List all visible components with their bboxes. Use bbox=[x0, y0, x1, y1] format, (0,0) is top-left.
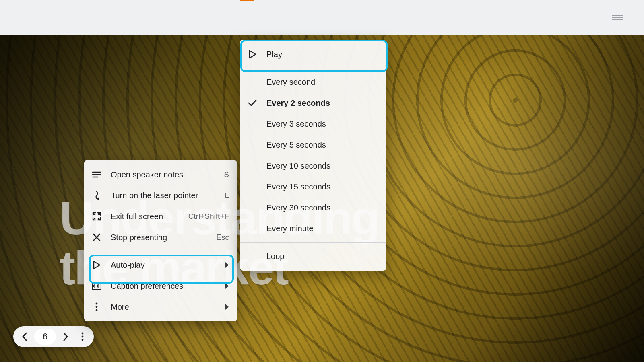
submenu-item-every-5-seconds[interactable]: Every 5 seconds bbox=[240, 134, 386, 155]
menu-divider bbox=[240, 242, 386, 243]
menu-item-label: Caption preferences bbox=[111, 282, 216, 291]
chevron-left-icon bbox=[22, 332, 27, 341]
menu-item-label: Open speaker notes bbox=[111, 170, 208, 179]
check-icon bbox=[247, 99, 258, 107]
menu-item-label: Every 30 seconds bbox=[266, 203, 378, 212]
menu-item-shortcut: Ctrl+Shift+F bbox=[188, 212, 229, 221]
menu-item-more[interactable]: More bbox=[84, 296, 237, 317]
menu-item-label: Every second bbox=[266, 78, 378, 87]
menu-item-label: Stop presenting bbox=[111, 233, 200, 242]
submenu-item-play[interactable]: Play bbox=[240, 44, 386, 65]
menu-item-label: Every 5 seconds bbox=[266, 140, 378, 150]
play-icon bbox=[247, 50, 258, 59]
presenter-options-button[interactable] bbox=[74, 329, 91, 345]
menu-item-shortcut: S bbox=[224, 170, 229, 179]
submenu-item-every-30-seconds[interactable]: Every 30 seconds bbox=[240, 197, 386, 218]
close-icon bbox=[91, 233, 102, 241]
menu-icon[interactable] bbox=[612, 15, 623, 20]
more-vertical-icon bbox=[81, 332, 84, 341]
menu-divider bbox=[240, 68, 386, 68]
submenu-caret-icon bbox=[225, 262, 229, 268]
top-bar bbox=[0, 0, 644, 35]
laser-pointer-icon bbox=[91, 191, 102, 200]
menu-item-label: Every 3 seconds bbox=[266, 119, 378, 129]
svg-point-6 bbox=[96, 306, 98, 308]
autoplay-submenu: Play Every second Every 2 seconds Every … bbox=[240, 40, 386, 271]
submenu-item-every-10-seconds[interactable]: Every 10 seconds bbox=[240, 155, 386, 176]
submenu-item-every-15-seconds[interactable]: Every 15 seconds bbox=[240, 176, 386, 197]
menu-item-exit-fullscreen[interactable]: Exit full screen Ctrl+Shift+F bbox=[84, 206, 237, 227]
menu-item-laser-pointer[interactable]: Turn on the laser pointer L bbox=[84, 185, 237, 206]
slide-number-value: 6 bbox=[43, 331, 47, 342]
menu-item-label: Auto-play bbox=[111, 261, 216, 270]
menu-item-label: Every 15 seconds bbox=[266, 182, 378, 191]
menu-item-stop-presenting[interactable]: Stop presenting Esc bbox=[84, 227, 237, 248]
notes-icon bbox=[91, 171, 102, 178]
menu-item-label: Play bbox=[266, 50, 378, 59]
more-vertical-icon bbox=[91, 302, 102, 311]
submenu-caret-icon bbox=[225, 283, 229, 289]
menu-item-label: Loop bbox=[266, 252, 378, 261]
svg-point-7 bbox=[96, 309, 98, 311]
submenu-item-every-2-seconds[interactable]: Every 2 seconds bbox=[240, 93, 386, 113]
menu-item-shortcut: L bbox=[225, 191, 229, 200]
svg-point-1 bbox=[82, 336, 84, 338]
menu-item-label: Every 10 seconds bbox=[266, 161, 378, 171]
submenu-item-every-second[interactable]: Every second bbox=[240, 72, 386, 93]
next-slide-button[interactable] bbox=[58, 329, 74, 345]
chevron-right-icon bbox=[63, 332, 68, 341]
presenter-context-menu: Open speaker notes S Turn on the laser p… bbox=[84, 160, 237, 321]
svg-point-5 bbox=[96, 303, 98, 305]
top-accent bbox=[240, 0, 254, 1]
menu-item-speaker-notes[interactable]: Open speaker notes S bbox=[84, 164, 237, 185]
slide-number[interactable]: 6 bbox=[34, 329, 56, 345]
prev-slide-button[interactable] bbox=[17, 329, 33, 345]
menu-item-label: Exit full screen bbox=[111, 212, 172, 221]
exit-fullscreen-icon bbox=[91, 212, 102, 221]
menu-item-label: Every minute bbox=[266, 224, 378, 233]
menu-item-label: Turn on the laser pointer bbox=[111, 191, 208, 200]
svg-point-2 bbox=[82, 339, 84, 341]
menu-item-auto-play[interactable]: Auto-play bbox=[84, 255, 237, 276]
svg-point-3 bbox=[97, 198, 99, 200]
menu-item-caption-preferences[interactable]: Caption preferences bbox=[84, 276, 237, 296]
menu-item-shortcut: Esc bbox=[216, 233, 229, 242]
submenu-caret-icon bbox=[225, 304, 229, 310]
svg-point-0 bbox=[82, 333, 84, 335]
menu-divider bbox=[84, 251, 237, 251]
captions-icon bbox=[91, 282, 102, 290]
submenu-item-every-minute[interactable]: Every minute bbox=[240, 218, 386, 239]
submenu-item-loop[interactable]: Loop bbox=[240, 246, 386, 267]
menu-item-label: More bbox=[111, 302, 216, 312]
submenu-item-every-3-seconds[interactable]: Every 3 seconds bbox=[240, 113, 386, 134]
menu-item-label: Every 2 seconds bbox=[266, 99, 378, 108]
play-icon bbox=[91, 261, 102, 269]
presenter-controls: 6 bbox=[13, 326, 94, 347]
